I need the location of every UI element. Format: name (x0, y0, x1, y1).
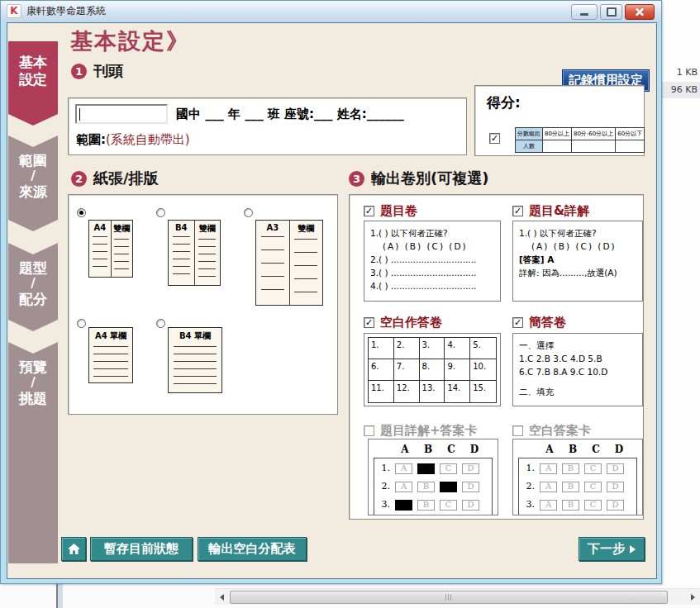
section-title: 紙張/排版 (93, 169, 159, 188)
card-column-header: D (607, 443, 631, 456)
radio-a4-single[interactable] (77, 319, 86, 328)
sidebar-item-preview-pick[interactable]: 預覽 / 挑題 (8, 342, 58, 563)
sidebar-item-range-source[interactable]: 範圍 / 來源 (8, 135, 58, 231)
minimize-button[interactable] (571, 4, 598, 20)
nav-label: / (8, 376, 58, 390)
export-blank-table-button[interactable]: 輸出空白分配表 (198, 537, 307, 561)
card-row: 3.BCD (376, 498, 490, 511)
checkbox-icon[interactable] (512, 206, 523, 216)
blank-answer-sheet-preview: 1.2.3.4.5.6.7.8.9.10.11.12.13.14.15. (364, 333, 501, 406)
score-label: 得分: (487, 93, 521, 112)
home-button[interactable] (61, 537, 86, 561)
card-column-header: B (561, 443, 584, 456)
card-cell: B (417, 500, 435, 511)
paper-layout-label: 單欄 (194, 331, 211, 340)
next-arrow-icon (630, 545, 636, 553)
preview-line: 2.( ) ............................... (370, 253, 496, 266)
titlebar[interactable]: K 康軒數學命題系統 (1, 1, 661, 21)
answer-grid-cell: 3. (420, 338, 445, 359)
next-step-label: 下一步 (588, 541, 625, 557)
preview-line: 1.( ) 以下何者正確? (519, 226, 638, 240)
paper-option-b4-single[interactable]: B4 單欄 (168, 327, 222, 393)
card-row: 1.ABCD (521, 462, 635, 475)
card-row-number: 3. (376, 498, 390, 511)
explorer-column-band (58, 584, 63, 608)
card-cell: D (607, 500, 624, 511)
checkbox-icon[interactable] (512, 317, 523, 328)
card-cell: C (440, 500, 457, 511)
sidebar-item-basic-settings[interactable]: 基本 設定 (8, 41, 58, 126)
checkbox-icon[interactable] (364, 425, 374, 436)
range-label: 範圍: (76, 132, 106, 147)
card-cell: A (395, 463, 412, 474)
horizontal-scrollbar[interactable] (215, 588, 700, 605)
score-empty-cell (616, 140, 645, 153)
checkbox-question-and-solution[interactable]: 題目&詳解 (512, 203, 589, 219)
card-row-number: 1. (521, 462, 535, 475)
radio-b4-single[interactable] (156, 319, 165, 328)
preview-line: 1.( ) 以下何者正確? (370, 226, 496, 240)
card-column-header: B (417, 443, 440, 456)
card-cell: D (607, 463, 624, 474)
paper-size-label: B4 (169, 221, 194, 232)
masthead-box: 國中 ___ 年 ___ 班 座號:___ 姓名:______ 範圍:(系統自動… (68, 97, 467, 155)
score-table-checkbox[interactable] (489, 133, 500, 144)
paper-option-b4-double[interactable]: B4 雙欄 (168, 220, 221, 286)
card-cell: A (395, 482, 412, 492)
answer-grid-cell: 4. (445, 338, 470, 359)
close-icon (634, 7, 645, 17)
card-row-number: 2. (376, 480, 390, 493)
nav-label: 題型 (8, 259, 58, 277)
scrollbar-thumb[interactable] (230, 591, 668, 604)
preview-line: 4.( ) ............................... (370, 279, 496, 292)
score-col-header: 60分以下 (616, 128, 645, 140)
checkbox-icon[interactable] (512, 425, 523, 436)
exam-title-input[interactable] (75, 104, 168, 124)
checkbox-blank-answer-card[interactable]: 空白答案卡 (512, 423, 591, 439)
answer-grid-cell: 15. (470, 381, 496, 402)
save-current-state-button[interactable]: 暫存目前狀態 (90, 537, 193, 561)
nav-label: 基本 (8, 54, 58, 71)
checkbox-question-sheet[interactable]: 題目卷 (364, 203, 417, 219)
checkbox-short-answer-sheet[interactable]: 簡答卷 (512, 315, 566, 330)
checkbox-blank-answer-sheet[interactable]: 空白作答卷 (364, 315, 442, 330)
paper-option-a4-double[interactable]: A4 雙欄 (88, 220, 133, 278)
explorer-file-size: 1 KB (661, 65, 700, 80)
close-button[interactable] (625, 4, 655, 20)
card-row: 1.ACD (376, 462, 490, 475)
card-cell: C (584, 482, 602, 492)
card-column-header: C (440, 443, 463, 456)
paper-option-a4-single[interactable]: A4 單欄 (88, 327, 133, 383)
checkbox-icon[interactable] (364, 206, 374, 216)
card-cell-filled (417, 463, 435, 474)
paper-ruled-lines (114, 239, 129, 272)
maximize-button[interactable] (600, 4, 622, 20)
answer-grid-cell: 10. (470, 359, 496, 381)
radio-a3-double[interactable] (244, 208, 253, 217)
nav-label: 挑題 (8, 390, 58, 407)
answer-grid: 1.2.3.4.5.6.7.8.9.10.11.12.13.14.15. (368, 337, 497, 403)
minimize-icon (580, 13, 588, 16)
answer-grid-cell: 6. (369, 359, 394, 381)
preview-line: 1.C 2.B 3.C 4.D 5.B (519, 352, 638, 365)
scroll-left-icon[interactable] (215, 589, 229, 605)
checkbox-icon[interactable] (364, 317, 374, 328)
checkbox-solution-answer-card[interactable]: 題目詳解+答案卡 (364, 423, 478, 439)
score-empty-cell (571, 140, 615, 153)
paper-ruled-lines (261, 236, 284, 300)
paper-option-a3-double[interactable]: A3 雙欄 (255, 220, 323, 306)
next-step-button[interactable]: 下一步 (579, 537, 645, 561)
preview-line: (A) (B) (C) (D) (370, 240, 496, 253)
card-cell: A (540, 482, 557, 492)
scroll-right-icon[interactable] (686, 589, 700, 605)
paper-size-label: A3 (256, 221, 289, 232)
sidebar-item-question-type-score[interactable]: 題型 / 配分 (8, 243, 58, 331)
radio-a4-double[interactable] (77, 208, 86, 217)
radio-b4-double[interactable] (156, 208, 165, 217)
paper-ruled-lines (174, 346, 216, 387)
score-box: 得分: 分數級距 80分以上 80分-60分以上 60分以下 人數 (474, 85, 645, 156)
blank-answer-card-preview: ABCD 1.ABCD2.ABCD3.ABCD4.ABCD (512, 439, 643, 515)
answer-grid-cell: 13. (420, 381, 445, 402)
card-row: 2.ABCD (521, 480, 635, 493)
card-cell: A (540, 500, 557, 511)
